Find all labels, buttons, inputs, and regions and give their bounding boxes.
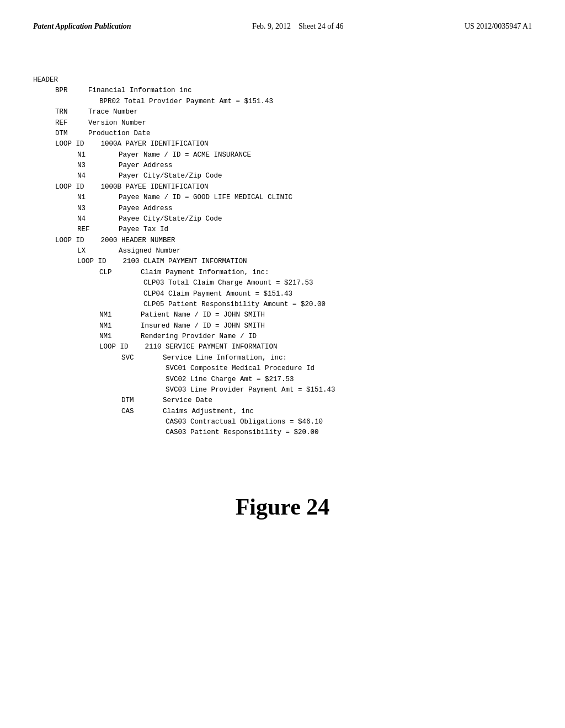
lx-line: LX Assigned Number <box>77 246 532 256</box>
patent-number-label: US 2012/0035947 A1 <box>465 22 532 31</box>
dtm-line: DTM Production Date <box>55 129 532 139</box>
loop-1000b-line: LOOP ID 1000B PAYEE IDENTIFICATION <box>55 182 532 192</box>
bpr02-desc: BPR02 Total Provider Payment Amt = $151.… <box>99 97 273 107</box>
nm1-rendering-line: NM1 Rendering Provider Name / ID <box>99 331 532 342</box>
loop-2000-code: LOOP ID <box>55 235 88 246</box>
cas03-patient-line: CAS03 Patient Responsibility = $20.00 <box>166 427 532 438</box>
bpr-line: BPR Financial Information inc <box>55 85 532 96</box>
n4-payer-desc: Payer City/State/Zip Code <box>110 171 222 181</box>
dtm-desc: Production Date <box>88 129 151 139</box>
nm1-rendering-desc: Rendering Provider Name / ID <box>132 331 257 342</box>
n4-payee-line: N4 Payee City/State/Zip Code <box>77 214 532 224</box>
clp03-line: CLP03 Total Claim Charge Amount = $217.5… <box>143 278 532 288</box>
content-area: HEADER BPR Financial Information inc BPR… <box>33 75 532 438</box>
cas-code: CAS <box>121 406 154 417</box>
dtm-service-line: DTM Service Date <box>121 395 532 406</box>
n3-payee-code: N3 <box>77 204 110 214</box>
trn-code: TRN <box>55 107 88 117</box>
n4-payee-desc: Payee City/State/Zip Code <box>110 214 222 224</box>
loop-2100-code: LOOP ID <box>77 256 110 267</box>
svc-code: SVC <box>121 353 154 363</box>
ref-line: REF Version Number <box>55 118 532 129</box>
n1-payer-desc: Payer Name / ID = ACME INSURANCE <box>110 150 251 160</box>
n4-payer-line: N4 Payer City/State/Zip Code <box>77 171 532 181</box>
loop-1000a-line: LOOP ID 1000A PAYER IDENTIFICATION <box>55 139 532 149</box>
n1-payee-desc: Payee Name / ID = GOOD LIFE MEDICAL CLIN… <box>110 192 292 203</box>
loop-2000-line: LOOP ID 2000 HEADER NUMBER <box>55 235 532 246</box>
n4-payee-code: N4 <box>77 214 110 224</box>
n3-payee-line: N3 Payee Address <box>77 204 532 214</box>
publication-label: Patent Application Publication <box>33 22 131 31</box>
dtm-service-desc: Service Date <box>154 395 212 406</box>
cas03-patient-desc: CAS03 Patient Responsibility = $20.00 <box>166 427 319 438</box>
nm1-insured-desc: Insured Name / ID = JOHN SMITH <box>132 321 265 331</box>
n1-payee-code: N1 <box>77 192 110 203</box>
clp-line: CLP Claim Payment Information, inc: <box>99 267 532 278</box>
clp04-desc: CLP04 Claim Payment Amount = $151.43 <box>143 289 292 299</box>
loop-2110-line: LOOP ID 2110 SERVICE PAYMENT INFORMATION <box>99 342 532 352</box>
nm1-patient-desc: Patient Name / ID = JOHN SMITH <box>132 310 265 320</box>
lx-code: LX <box>77 246 110 256</box>
ref-desc: Version Number <box>88 118 146 129</box>
svc-line: SVC Service Line Information, inc: <box>121 353 532 363</box>
svc-desc: Service Line Information, inc: <box>154 353 287 363</box>
svc01-desc: SVC01 Composite Medical Procedure Id <box>166 363 315 374</box>
clp-code: CLP <box>99 267 132 278</box>
loop-1000b-desc: 1000B PAYEE IDENTIFICATION <box>88 182 209 192</box>
cas-line: CAS Claims Adjustment, inc <box>121 406 532 417</box>
n4-payer-code: N4 <box>77 171 110 181</box>
cas-desc: Claims Adjustment, inc <box>154 406 254 417</box>
n3-payer-code: N3 <box>77 160 110 171</box>
dtm-service-code: DTM <box>121 395 154 406</box>
clp04-line: CLP04 Claim Payment Amount = $151.43 <box>143 289 532 299</box>
nm1-insured-line: NM1 Insured Name / ID = JOHN SMITH <box>99 321 532 331</box>
svc01-line: SVC01 Composite Medical Procedure Id <box>166 363 532 374</box>
header-label-line: HEADER <box>33 75 532 85</box>
n1-payer-code: N1 <box>77 150 110 160</box>
bpr-desc: Financial Information inc <box>88 85 192 96</box>
page-header: Patent Application Publication Feb. 9, 2… <box>33 22 532 31</box>
clp-desc: Claim Payment Information, inc: <box>132 267 269 278</box>
header-label: HEADER <box>33 75 58 85</box>
clp05-desc: CLP05 Patient Responsibility Amount = $2… <box>143 299 326 310</box>
svc03-line: SVC03 Line Provider Payment Amt = $151.4… <box>166 385 532 395</box>
n3-payer-line: N3 Payer Address <box>77 160 532 171</box>
ref-payee-code: REF <box>77 224 110 235</box>
ref-payee-desc: Payee Tax Id <box>110 224 168 235</box>
svc02-line: SVC02 Line Charge Amt = $217.53 <box>166 374 532 385</box>
lx-desc: Assigned Number <box>110 246 181 256</box>
n3-payee-desc: Payee Address <box>110 204 173 214</box>
svc02-desc: SVC02 Line Charge Amt = $217.53 <box>166 374 294 385</box>
loop-2110-desc: 2110 SERVICE PAYMENT INFORMATION <box>132 342 278 352</box>
svc03-desc: SVC03 Line Provider Payment Amt = $151.4… <box>166 385 335 395</box>
loop-2100-line: LOOP ID 2100 CLAIM PAYMENT INFORMATION <box>77 256 532 267</box>
page-container: Patent Application Publication Feb. 9, 2… <box>0 0 565 728</box>
nm1-patient-line: NM1 Patient Name / ID = JOHN SMITH <box>99 310 532 320</box>
loop-2100-desc: 2100 CLAIM PAYMENT INFORMATION <box>110 256 247 267</box>
n3-payer-desc: Payer Address <box>110 160 173 171</box>
loop-1000a-code: LOOP ID <box>55 139 88 149</box>
nm1-insured-code: NM1 <box>99 321 132 331</box>
ref-payee-line: REF Payee Tax Id <box>77 224 532 235</box>
sheet-label: Sheet 24 of 46 <box>299 22 343 30</box>
figure-caption: Figure 24 <box>33 494 532 520</box>
trn-line: TRN Trace Number <box>55 107 532 117</box>
n1-payee-line: N1 Payee Name / ID = GOOD LIFE MEDICAL C… <box>77 192 532 203</box>
trn-desc: Trace Number <box>88 107 138 117</box>
clp05-line: CLP05 Patient Responsibility Amount = $2… <box>143 299 532 310</box>
cas03-contractual-desc: CAS03 Contractual Obligations = $46.10 <box>166 417 323 427</box>
dtm-code: DTM <box>55 129 88 139</box>
bpr-code: BPR <box>55 85 88 96</box>
nm1-rendering-code: NM1 <box>99 331 132 342</box>
ref-code: REF <box>55 118 88 129</box>
loop-2110-code: LOOP ID <box>99 342 132 352</box>
loop-1000b-code: LOOP ID <box>55 182 88 192</box>
n1-payer-line: N1 Payer Name / ID = ACME INSURANCE <box>77 150 532 160</box>
date-sheet-label: Feb. 9, 2012 Sheet 24 of 46 <box>252 22 343 31</box>
cas03-contractual-line: CAS03 Contractual Obligations = $46.10 <box>166 417 532 427</box>
clp03-desc: CLP03 Total Claim Charge Amount = $217.5… <box>143 278 313 288</box>
date-label: Feb. 9, 2012 <box>252 22 291 30</box>
nm1-patient-code: NM1 <box>99 310 132 320</box>
loop-1000a-desc: 1000A PAYER IDENTIFICATION <box>88 139 209 149</box>
bpr02-line: BPR02 Total Provider Payment Amt = $151.… <box>99 97 532 107</box>
